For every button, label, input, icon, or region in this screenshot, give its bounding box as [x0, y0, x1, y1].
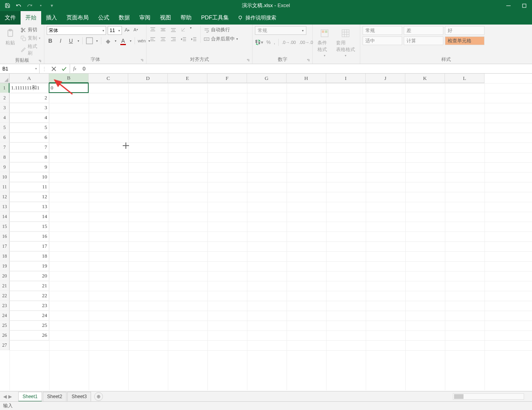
tab-data[interactable]: 数据: [114, 11, 135, 25]
column-header-A[interactable]: A: [10, 74, 49, 83]
row-header-21[interactable]: 21: [0, 281, 10, 291]
maximize-button[interactable]: [516, 0, 532, 11]
chevron-down-icon[interactable]: ▾: [35, 67, 37, 70]
column-header-E[interactable]: E: [168, 74, 207, 83]
clipboard-dialog-launcher[interactable]: [38, 59, 42, 64]
undo-icon[interactable]: [15, 2, 22, 9]
cell-A1[interactable]: 1.1111111和1: [10, 83, 49, 93]
tab-help[interactable]: 帮助: [176, 11, 196, 25]
row-header-5[interactable]: 5: [0, 123, 10, 133]
copy-button[interactable]: 复制▾: [21, 34, 42, 42]
cell-A19[interactable]: 19: [10, 261, 49, 271]
sheet-next-icon[interactable]: ▶: [8, 394, 12, 399]
align-right-icon[interactable]: [169, 36, 177, 43]
italic-button[interactable]: I: [57, 38, 64, 44]
row-header-25[interactable]: 25: [0, 321, 10, 330]
increase-font-icon[interactable]: A▴: [124, 26, 131, 33]
column-header-D[interactable]: D: [128, 74, 168, 83]
border-button[interactable]: [86, 37, 93, 44]
column-header-L[interactable]: L: [445, 74, 484, 83]
row-header-17[interactable]: 17: [0, 241, 10, 251]
row-header-1[interactable]: 1: [0, 83, 10, 93]
sheet-tab-sheet2[interactable]: Sheet2: [43, 392, 66, 402]
sheet-tab-sheet1[interactable]: Sheet1: [18, 392, 42, 402]
row-header-8[interactable]: 8: [0, 152, 10, 162]
cell-A24[interactable]: 24: [10, 311, 49, 321]
cell-A2[interactable]: 2: [10, 93, 49, 103]
tab-review[interactable]: 审阅: [135, 11, 155, 25]
row-header-22[interactable]: 22: [0, 291, 10, 301]
cell-A14[interactable]: 14: [10, 212, 49, 222]
row-header-20[interactable]: 20: [0, 271, 10, 281]
increase-decimal-icon[interactable]: .0→.00: [282, 40, 296, 45]
spreadsheet-grid[interactable]: ABCDEFGHIJKL 123456789101112131415161718…: [0, 74, 532, 390]
row-header-23[interactable]: 23: [0, 301, 10, 311]
save-icon[interactable]: [4, 2, 11, 9]
row-header-26[interactable]: 26: [0, 330, 10, 340]
paste-button[interactable]: 粘贴: [2, 26, 18, 48]
column-header-J[interactable]: J: [366, 74, 405, 83]
tell-me-search[interactable]: 操作说明搜索: [234, 11, 280, 25]
row-header-10[interactable]: 10: [0, 172, 10, 182]
font-dialog-launcher[interactable]: [140, 58, 144, 63]
increase-indent-icon[interactable]: [190, 36, 198, 43]
font-name-select[interactable]: 宋体▾: [47, 26, 106, 35]
cell-A23[interactable]: 23: [10, 301, 49, 311]
cell-A8[interactable]: 8: [10, 152, 49, 162]
row-header-11[interactable]: 11: [0, 182, 10, 192]
style-calc[interactable]: 计算: [404, 36, 443, 45]
name-box[interactable]: B1▾: [0, 64, 40, 73]
format-as-table-button[interactable]: 套用 表格格式▾: [334, 26, 357, 59]
number-dialog-launcher[interactable]: [306, 58, 311, 63]
column-header-I[interactable]: I: [326, 74, 366, 83]
cell-A17[interactable]: 17: [10, 241, 49, 251]
tab-formulas[interactable]: 公式: [93, 11, 114, 25]
align-center-icon[interactable]: [159, 36, 167, 43]
tab-pdf-tools[interactable]: PDF工具集: [196, 11, 234, 25]
number-format-select[interactable]: 常规▾: [255, 26, 306, 35]
cell-A5[interactable]: 5: [10, 123, 49, 133]
cell-A10[interactable]: 10: [10, 172, 49, 182]
sheet-tab-sheet3[interactable]: Sheet3: [67, 392, 91, 402]
row-header-3[interactable]: 3: [0, 103, 10, 113]
cancel-formula-button[interactable]: [51, 66, 57, 72]
cell-A9[interactable]: 9: [10, 162, 49, 172]
cell-A26[interactable]: 26: [10, 330, 49, 340]
row-header-27[interactable]: 27: [0, 340, 10, 350]
wrap-text-button[interactable]: 自动换行: [204, 26, 238, 34]
row-header-7[interactable]: 7: [0, 142, 10, 152]
font-size-select[interactable]: 11▾: [108, 26, 122, 35]
cut-button[interactable]: 剪切: [21, 26, 42, 34]
redo-icon[interactable]: [26, 2, 33, 9]
sheet-prev-icon[interactable]: ◀: [3, 394, 7, 399]
align-top-icon[interactable]: [149, 26, 157, 33]
phonetic-button[interactable]: wén: [138, 37, 145, 44]
style-normal[interactable]: 常规: [363, 26, 402, 35]
touch-icon[interactable]: [37, 2, 44, 9]
row-header-13[interactable]: 13: [0, 202, 10, 212]
cell-A21[interactable]: 21: [10, 281, 49, 291]
add-sheet-button[interactable]: ⊕: [94, 392, 103, 401]
row-header-14[interactable]: 14: [0, 212, 10, 222]
column-header-H[interactable]: H: [287, 74, 326, 83]
accept-formula-button[interactable]: [61, 66, 67, 72]
align-middle-icon[interactable]: [159, 26, 167, 33]
accounting-format-icon[interactable]: 💱▾: [255, 40, 263, 45]
column-header-C[interactable]: C: [89, 74, 128, 83]
column-header-K[interactable]: K: [405, 74, 445, 83]
tab-home[interactable]: 开始: [21, 11, 41, 25]
fx-icon[interactable]: fx: [70, 64, 80, 73]
cell-A25[interactable]: 25: [10, 321, 49, 330]
row-header-12[interactable]: 12: [0, 192, 10, 202]
cell-A20[interactable]: 20: [10, 271, 49, 281]
column-header-B[interactable]: B: [49, 74, 89, 83]
format-painter-button[interactable]: 格式刷: [21, 43, 42, 57]
tab-insert[interactable]: 插入: [41, 11, 62, 25]
fill-color-button[interactable]: [104, 37, 112, 44]
row-header-9[interactable]: 9: [0, 162, 10, 172]
row-header-18[interactable]: 18: [0, 251, 10, 261]
cell-B1[interactable]: 0: [49, 83, 89, 93]
tab-view[interactable]: 视图: [155, 11, 176, 25]
font-color-button[interactable]: A: [120, 37, 127, 44]
tab-file[interactable]: 文件: [0, 11, 21, 25]
